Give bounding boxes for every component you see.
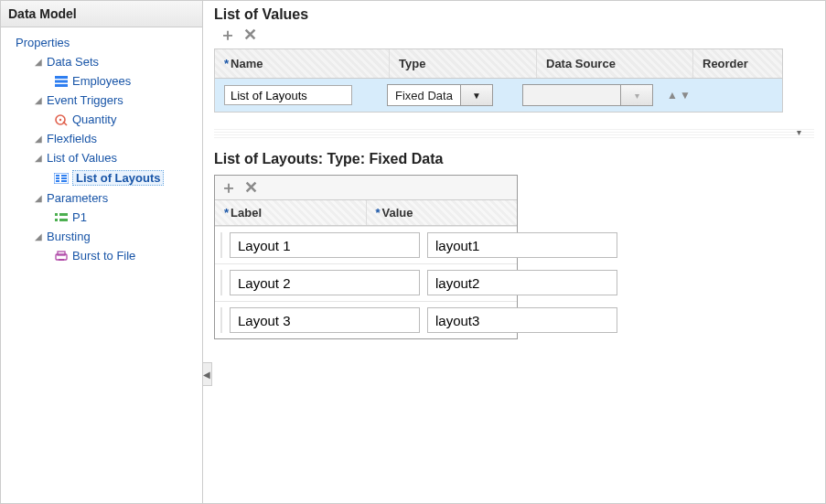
lov-table-header: *Name Type Data Source Reorder (215, 49, 782, 79)
svg-rect-17 (58, 252, 65, 255)
collapse-icon[interactable]: ◢ (34, 194, 43, 203)
chevron-down-icon: ▾ (797, 127, 801, 137)
tree: Properties ◢ Data Sets Employees ◢ Event… (1, 27, 202, 271)
svg-rect-15 (59, 219, 68, 221)
col-reorder: Reorder (693, 49, 782, 78)
svg-rect-11 (61, 180, 67, 182)
fixed-data-row[interactable] (215, 301, 517, 338)
svg-point-4 (59, 118, 61, 120)
main-panel: ◀ List of Values ＋ ✕ *Name Type Data Sou… (203, 1, 825, 503)
burst-icon (54, 250, 69, 263)
svg-rect-10 (61, 177, 67, 179)
value-input[interactable] (427, 270, 617, 295)
collapse-icon[interactable]: ◢ (34, 232, 43, 241)
svg-rect-9 (61, 175, 67, 177)
value-input[interactable] (427, 232, 617, 258)
tree-root[interactable]: Properties (10, 33, 198, 52)
lov-section-title: List of Values (214, 6, 814, 23)
sidebar-collapse-handle[interactable]: ◀ (203, 362, 212, 386)
label-input[interactable] (230, 270, 420, 295)
tree-item-p1[interactable]: P1 (10, 208, 198, 227)
chevron-down-icon: ▾ (620, 85, 652, 105)
lov-table: *Name Type Data Source Reorder Fixed Dat… (214, 48, 783, 113)
value-input[interactable] (427, 307, 617, 333)
tree-group-data-sets[interactable]: ◢ Data Sets (10, 52, 198, 71)
svg-rect-7 (56, 177, 59, 179)
col-type: Type (390, 49, 537, 78)
lov-datasource-select: ▾ (522, 84, 653, 106)
col-data-source: Data Source (537, 49, 693, 78)
svg-rect-8 (56, 180, 59, 182)
move-up-icon[interactable]: ▲ (667, 89, 678, 102)
svg-rect-13 (59, 213, 68, 216)
fixed-data-row[interactable] (215, 263, 517, 301)
row-handle-icon[interactable] (220, 270, 222, 295)
detail-title: List of Layouts: Type: Fixed Data (214, 151, 814, 167)
label-input[interactable] (230, 307, 420, 333)
svg-rect-6 (56, 175, 59, 177)
svg-rect-12 (55, 213, 58, 216)
collapse-icon[interactable]: ◢ (34, 154, 43, 163)
delete-lov-icon[interactable]: ✕ (241, 27, 258, 43)
horizontal-splitter[interactable]: ▾ (214, 129, 814, 138)
fixed-data-row[interactable] (215, 226, 517, 263)
row-handle-icon[interactable] (220, 307, 222, 333)
add-row-icon[interactable]: ＋ (220, 179, 237, 196)
svg-rect-2 (55, 84, 68, 87)
lov-type-select[interactable]: Fixed Data▼ (387, 84, 493, 106)
trigger-icon (54, 113, 69, 126)
datasets-icon (54, 75, 69, 88)
col-name: *Name (215, 49, 390, 78)
label-input[interactable] (230, 232, 420, 258)
svg-rect-0 (55, 76, 68, 79)
delete-row-icon[interactable]: ✕ (242, 179, 259, 196)
sidebar-title: Data Model (1, 1, 202, 27)
collapse-icon[interactable]: ◢ (34, 58, 43, 67)
col-value: *Value (367, 200, 518, 225)
tree-item-employees[interactable]: Employees (10, 71, 198, 91)
row-handle-icon[interactable] (220, 232, 222, 258)
tree-item-quantity[interactable]: Quantity (10, 110, 198, 129)
fixed-data-panel: ＋ ✕ *Label *Value (214, 175, 518, 339)
svg-rect-1 (55, 80, 68, 82)
param-icon (54, 211, 69, 224)
svg-rect-18 (59, 259, 64, 261)
collapse-icon[interactable]: ◢ (34, 96, 43, 105)
lov-name-input[interactable] (224, 85, 352, 105)
tree-group-event-triggers[interactable]: ◢ Event Triggers (10, 91, 198, 110)
col-label: *Label (215, 200, 367, 225)
tree-item-list-of-layouts[interactable]: List of Layouts (10, 167, 198, 188)
lov-icon (54, 172, 69, 185)
tree-item-burst-to-file[interactable]: Burst to File (10, 246, 198, 265)
svg-rect-14 (55, 219, 58, 221)
collapse-icon[interactable]: ◢ (34, 134, 43, 144)
add-lov-icon[interactable]: ＋ (220, 27, 236, 43)
sidebar: Data Model Properties ◢ Data Sets Employ… (1, 1, 203, 503)
tree-group-list-of-values[interactable]: ◢ List of Values (10, 148, 198, 167)
tree-group-flexfields[interactable]: ◢ Flexfields (10, 129, 198, 148)
fixed-data-header: *Label *Value (215, 200, 517, 226)
move-down-icon[interactable]: ▼ (680, 89, 691, 102)
lov-table-row[interactable]: Fixed Data▼ ▾ ▲ ▼ (215, 79, 782, 112)
tree-group-bursting[interactable]: ◢ Bursting (10, 227, 198, 246)
tree-group-parameters[interactable]: ◢ Parameters (10, 188, 198, 208)
chevron-down-icon: ▼ (460, 85, 492, 105)
